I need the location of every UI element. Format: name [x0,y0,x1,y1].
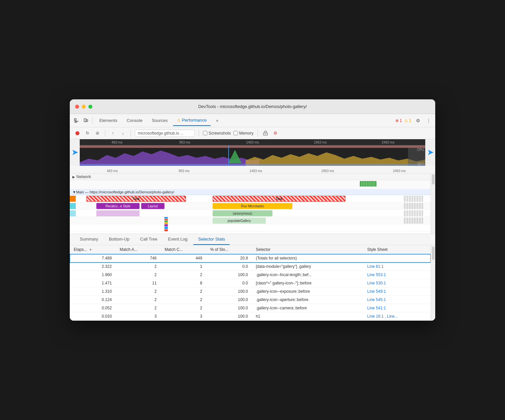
tab-summary[interactable]: Summary [75,234,103,245]
stylesheet-link-7a[interactable]: Line 16:1 [367,314,383,319]
error-icon: ⊗ [395,118,399,123]
cell-elapsed-1: 2.322 [70,262,116,271]
flame-rows: Task Task Recalcu...e Style Layout Run M… [70,195,431,234]
upload-icon[interactable]: ↑ [109,130,117,137]
tab-call-tree[interactable]: Call Tree [136,234,162,245]
table-row[interactable]: 0.124 2 2 100.0 .gallery-icon--aperture:… [70,296,431,304]
col-elapsed[interactable]: Elaps... ▼ [70,245,116,254]
warning-badge: ⚠ 1 [404,118,411,123]
flame-row-3: (anonymous) [70,210,431,217]
stop-icon[interactable]: ⊘ [94,130,101,137]
timeline-overview[interactable]: 463 ms 963 ms 1463 ms 1963 ms 2463 ms [80,139,425,166]
table-scrollbar[interactable] [431,245,435,321]
tab-more[interactable]: » [212,115,222,126]
table-row[interactable]: 1.960 2 2 100.0 .gallery-icon--focal-len… [70,271,431,279]
stylesheet-link-2[interactable]: Line 553:1 [367,272,386,277]
cell-pct-2: 100.0 [206,271,252,279]
recalc-block[interactable]: Recalcu...e Style [96,203,140,209]
cell-elapsed-2: 1.960 [70,271,116,279]
minimize-button[interactable] [82,105,86,109]
flame-scrollbar[interactable] [431,174,435,234]
table-row[interactable]: 1.471 11 8 0.0 [class*=" gallery-icon--"… [70,279,431,287]
cell-stylesheet-4: Line 549:1 [363,287,431,296]
cell-match-c-6: 2 [160,304,206,312]
warning-triangle-icon: ⚠ [404,118,408,123]
table-row[interactable]: 7.489 746 449 20.9 (Totals for all selec… [70,254,431,262]
stylesheet-link-3[interactable]: Line 530:1 [367,281,386,285]
tab-console[interactable]: Console [123,115,147,126]
orange-block [70,196,76,202]
clear-icon[interactable] [262,130,269,137]
settings-red-icon[interactable]: ⚙ [272,130,279,137]
title-bar: DevTools - microsoftedge.github.io/Demos… [70,99,435,114]
flame-row-2: Recalcu...e Style Layout Run Microtasks [70,202,431,210]
table-row[interactable]: 1.310 2 2 100.0 .gallery-icon--exposure:… [70,287,431,296]
col-match-attempts[interactable]: Match A... [116,245,160,254]
run-micro-block[interactable]: Run Microtasks [213,203,292,209]
left-arrow-icon: ➤ [72,148,78,157]
table-row[interactable]: 0.033 3 3 100.0 h1 Line 16:1 , Line... [70,312,431,321]
col-bars-2 [164,224,168,231]
task2-block[interactable]: Task [213,196,346,202]
memory-toggle[interactable]: Memory [234,131,253,136]
tab-event-log[interactable]: Event Log [163,234,192,245]
stylesheet-link-1[interactable]: Line 81:1 [367,264,383,269]
selector-stats-panel: Elaps... ▼ Match A... Match C... % of Sl… [70,245,435,321]
table-body: 7.489 746 449 20.9 (Totals for all selec… [70,254,431,321]
cell-stylesheet-6: Line 541:1 [363,304,431,312]
tab-sources[interactable]: Sources [148,115,172,126]
screenshots-toggle[interactable]: Screenshots [203,131,231,136]
inspect-icon[interactable] [72,117,80,125]
table-row[interactable]: 2.322 2 1 0.0 [data-module="gallery"] .g… [70,262,431,271]
col-pct-slow[interactable]: % of Slo... [206,245,252,254]
divider [199,130,199,137]
selector-table: Elaps... ▼ Match A... Match C... % of Sl… [70,245,431,321]
cell-match-a-0: 746 [116,254,160,262]
device-icon[interactable] [82,117,90,125]
cell-stylesheet-1: Line 81:1 [363,262,431,271]
timeline-selection-line [228,145,229,166]
network-row [70,180,431,189]
col-stylesheet[interactable]: Style Sheet [363,245,431,254]
cell-match-c-0: 449 [160,254,206,262]
tab-bottom-up[interactable]: Bottom-Up [104,234,134,245]
cell-match-a-6: 2 [116,304,160,312]
refresh-icon[interactable]: ↻ [84,130,91,137]
cell-match-a-5: 2 [116,296,160,304]
right-arrow-icon: ➤ [427,148,433,157]
close-button[interactable] [75,105,79,109]
cell-match-a-4: 2 [116,287,160,296]
record-icon[interactable] [74,130,81,137]
table-row[interactable]: 0.052 2 2 100.0 .gallery-icon--camera::b… [70,304,431,312]
layout-block[interactable]: Layout [141,203,164,209]
cell-elapsed-0: 7.489 [70,254,116,262]
cell-pct-4: 100.0 [206,287,252,296]
ruler-463: 463 ms [76,169,148,173]
stylesheet-link-7b: , Line... [385,314,398,319]
more-options-icon[interactable]: ⋮ [425,117,433,125]
ruler-1963: 1963 ms [292,169,363,173]
cpu-yellow-area [246,148,425,166]
traffic-lights [75,105,92,109]
stylesheet-link-5[interactable]: Line 545:1 [367,297,386,302]
ts-463: 463 ms [83,141,151,144]
cell-pct-0: 20.9 [206,254,252,262]
network-section-header[interactable]: ▶ Network [70,174,431,180]
col-selector[interactable]: Selector [252,245,363,254]
maximize-button[interactable] [88,105,92,109]
task1-block[interactable]: Task [86,196,186,202]
tab-elements[interactable]: Elements [95,115,121,126]
populate-block[interactable]: populateGallery [213,218,266,224]
tab-selector-stats[interactable]: Selector Stats [193,234,230,245]
download-icon[interactable]: ↓ [119,130,127,137]
devtools-window: DevTools - microsoftedge.github.io/Demos… [70,99,435,321]
stylesheet-link-4[interactable]: Line 549:1 [367,289,386,294]
stylesheet-link-6[interactable]: Line 541:1 [367,306,386,310]
network-label: Network [76,174,91,179]
left-arrow-container: ➤ [70,139,80,166]
settings-icon[interactable]: ⚙ [414,117,422,125]
cell-selector-0: (Totals for all selectors) [252,254,363,262]
anon-block[interactable]: (anonymous) [213,210,272,216]
col-match-count[interactable]: Match C... [160,245,206,254]
tab-performance[interactable]: ⚠ Performance [173,115,211,126]
